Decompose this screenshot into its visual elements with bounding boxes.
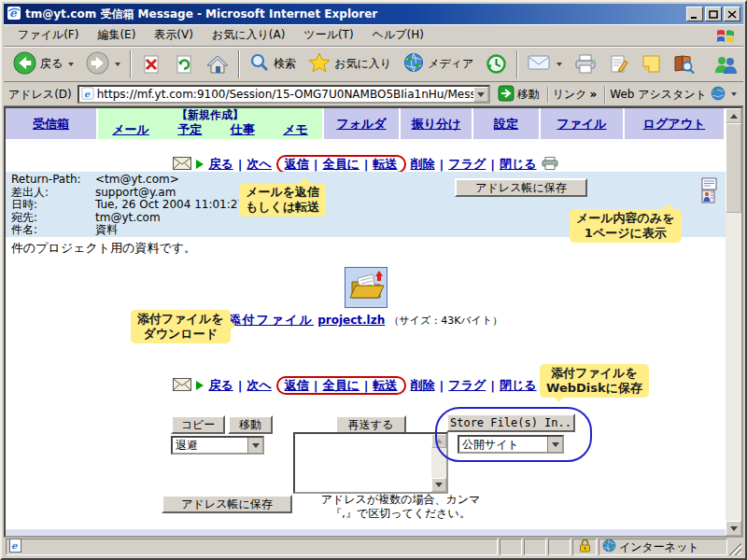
resize-grip[interactable] — [729, 543, 741, 555]
minimize-button[interactable] — [686, 7, 703, 21]
copy-button[interactable]: コピー — [171, 415, 225, 434]
msg-delete-link[interactable]: 削除 — [411, 156, 435, 173]
maximize-button[interactable] — [705, 7, 722, 21]
links-button[interactable]: リンク » — [547, 87, 601, 103]
msg-flag-link[interactable]: フラグ — [448, 377, 486, 394]
separator: | — [490, 158, 495, 172]
go-button[interactable]: 移動 — [494, 84, 543, 105]
globe-icon — [711, 86, 726, 104]
msg-delete-link[interactable]: 削除 — [411, 377, 435, 394]
vertical-scrollbar[interactable] — [726, 108, 741, 536]
scroll-up-button[interactable] — [726, 108, 741, 123]
messenger-button[interactable] — [708, 50, 743, 78]
msg-back-link[interactable]: 戻る — [208, 156, 233, 173]
msg-forward-link[interactable]: 転送 — [374, 156, 398, 173]
menu-file[interactable]: ファイル(F) — [9, 24, 87, 46]
back-button[interactable]: 戻る — [7, 48, 79, 81]
mail-button[interactable] — [522, 49, 568, 78]
save-address-book-button-top[interactable]: アドレス帳に保存 — [455, 178, 587, 197]
nav-inbox[interactable]: 受信箱 — [6, 108, 96, 139]
menu-favorites[interactable]: お気に入り(A) — [204, 24, 293, 46]
address-url: https://mf.yt.com:9100/Session/15-OMG7U0… — [97, 88, 473, 101]
attachment-filename-link[interactable]: project.lzh — [317, 314, 385, 327]
menu-edit[interactable]: 編集(E) — [89, 24, 144, 46]
msg-close-link[interactable]: 閉じる — [500, 156, 537, 173]
scroll-down-button[interactable] — [726, 521, 741, 536]
stop-button[interactable] — [135, 50, 167, 78]
print-button[interactable] — [569, 50, 602, 77]
go-icon — [498, 85, 514, 105]
nav-settings[interactable]: 設定 — [473, 108, 539, 139]
home-button[interactable] — [201, 50, 234, 78]
page-icon: e — [81, 87, 94, 103]
msg-forward-link[interactable]: 転送 — [374, 377, 398, 394]
address-dropdown-button[interactable] — [473, 87, 488, 102]
dictionary-button[interactable] — [668, 50, 701, 78]
back-caret-icon — [68, 63, 74, 66]
select-arrow-icon — [247, 438, 262, 453]
save-address-book-button-bottom[interactable]: アドレス帳に保存 — [162, 495, 292, 513]
scroll-down-button[interactable] — [431, 478, 446, 492]
move-button[interactable]: 移動 — [228, 415, 273, 434]
search-button[interactable]: 検索 — [244, 49, 302, 79]
page-footer-band — [6, 529, 726, 536]
msg-next-link[interactable]: 次へ — [247, 156, 271, 173]
nav-logout[interactable]: ログアウト — [625, 108, 724, 139]
edit-button[interactable] — [603, 50, 635, 78]
page-icon: e — [9, 539, 21, 555]
media-button[interactable]: メディア — [398, 49, 479, 79]
nav-files[interactable]: ファイル — [541, 108, 623, 139]
reply-group-highlight: 返信 | 全員に | 転送 — [276, 155, 406, 174]
msg-reply-link[interactable]: 返信 — [285, 156, 309, 173]
status-bar: e インターネット — [4, 538, 743, 556]
separator: | — [440, 158, 444, 172]
single-page-view-icon[interactable] — [701, 177, 718, 203]
attachment-file-icon[interactable] — [345, 267, 388, 311]
media-label: メディア — [428, 56, 473, 72]
address-input[interactable]: e https://mf.yt.com:9100/Session/15-OMG7… — [78, 85, 490, 104]
nav-new-memo[interactable]: メモ — [283, 121, 308, 138]
store-site-select[interactable]: 公開サイト — [458, 435, 564, 454]
separator: | — [364, 379, 369, 393]
favorites-button[interactable]: お気に入り — [303, 49, 397, 79]
textarea-scrollbar[interactable] — [431, 434, 446, 492]
toolbar-separator — [130, 50, 132, 78]
msg-reply-link[interactable]: 返信 — [285, 377, 309, 394]
back-icon — [13, 51, 36, 77]
nav-folder[interactable]: フォルダ — [324, 108, 399, 139]
web-assistant-button[interactable]: Web アシスタント — [604, 86, 740, 104]
msg-reply-all-link[interactable]: 全員に — [323, 156, 359, 173]
resend-button[interactable]: 再送する — [335, 415, 406, 434]
menu-view[interactable]: 表示(V) — [146, 24, 202, 46]
svg-text:e: e — [84, 88, 91, 98]
msg-close-link[interactable]: 閉じる — [500, 377, 537, 394]
menu-tools[interactable]: ツール(T) — [295, 24, 361, 46]
attachment-line: 添付ファイル project.lzh （サイズ：43Kバイト） — [6, 312, 726, 329]
resend-address-textarea[interactable] — [293, 432, 448, 494]
assistant-caret-icon — [731, 92, 737, 96]
msg-back-link[interactable]: 戻る — [208, 377, 233, 394]
callout-reply-forward: メールを返信 もしくは転送 — [239, 183, 326, 217]
nav-rules[interactable]: 振り分け — [401, 108, 472, 139]
separator: | — [314, 158, 318, 172]
nav-new-schedule[interactable]: 予定 — [177, 121, 202, 138]
refresh-button[interactable] — [168, 50, 200, 78]
history-button[interactable] — [480, 49, 513, 78]
archive-folder-select[interactable]: 退避 — [171, 436, 264, 455]
close-button[interactable] — [724, 7, 740, 21]
nav-new-task[interactable]: 仕事 — [231, 121, 255, 138]
msg-reply-all-link[interactable]: 全員に — [323, 377, 359, 394]
forward-button[interactable] — [80, 48, 126, 81]
menu-help[interactable]: ヘルプ(H) — [364, 24, 432, 46]
scroll-up-button[interactable] — [431, 434, 446, 448]
window-title: tm@yt.com 受信箱 Message - Microsoft Intern… — [25, 7, 684, 22]
msg-next-link[interactable]: 次へ — [247, 377, 271, 394]
attachment-link[interactable]: 添付ファイル — [229, 313, 314, 327]
nav-new-mail[interactable]: メール — [112, 121, 149, 138]
separator: | — [238, 379, 243, 393]
store-files-button[interactable]: Store File(s) In.. — [446, 413, 575, 432]
notes-button[interactable] — [636, 50, 667, 77]
forward-caret-icon — [115, 63, 120, 66]
scrollbar-thumb[interactable] — [726, 123, 741, 213]
msg-flag-link[interactable]: フラグ — [448, 156, 486, 173]
